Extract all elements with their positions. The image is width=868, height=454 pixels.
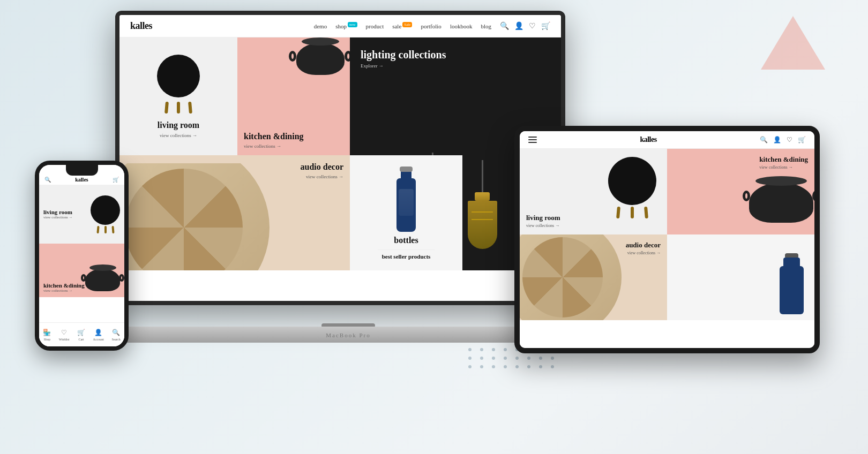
phone-nav-search-label: Search [111, 338, 120, 341]
phone-nav-cart-label: Cart [78, 338, 84, 341]
laptop-screen: kalles demo shopnew product saleSale por… [115, 11, 565, 305]
bottle-product-image [396, 178, 416, 232]
phone-nav-cart[interactable]: 🛒 Cart [77, 329, 85, 341]
phone-cart-icon[interactable]: 🛒 [113, 177, 119, 183]
nav-item-lookbook[interactable]: lookbook [450, 23, 473, 29]
account-icon[interactable]: 👤 [514, 21, 523, 31]
tablet-bottles-cell[interactable] [667, 234, 814, 320]
laptop-product-grid: living room view collections → ki [119, 37, 561, 300]
cart-icon[interactable]: 🛒 [541, 21, 550, 31]
phone-notch [66, 165, 98, 176]
kitchen-title: kitchen &dining [244, 131, 304, 141]
wishlist-icon[interactable]: ♡ [529, 21, 536, 31]
phone-nav-search[interactable]: 🔍 Search [111, 329, 120, 341]
nav-item-demo[interactable]: demo [314, 23, 327, 29]
search-icon[interactable]: 🔍 [500, 21, 509, 31]
search-nav-icon: 🔍 [112, 329, 120, 337]
phone-nav-account[interactable]: 👤 Account [93, 329, 104, 341]
phone-kitchen-title: kitchen &dining [43, 282, 85, 289]
nav-item-blog[interactable]: blog [481, 23, 491, 29]
speaker-legs [165, 102, 192, 113]
phone-nav-shop[interactable]: 🏪 Shop [43, 329, 51, 341]
tablet-icons: 🔍 👤 ♡ 🛒 [760, 136, 806, 144]
tablet-audio-title: audio decor [626, 241, 661, 249]
wishlist-nav-icon: ♡ [61, 329, 67, 337]
tablet-device: kalles 🔍 👤 ♡ 🛒 living room view collecti… [514, 126, 820, 356]
phone-body: 🔍 kalles 🛒 living room view collections … [35, 161, 129, 351]
laptop-base: MacBook Pro [115, 327, 581, 343]
nav-item-portfolio[interactable]: portfolio [421, 23, 442, 29]
tablet-living-room-cell[interactable]: living room view collections → [520, 149, 667, 234]
tablet-audio-subtitle: view collections → [626, 251, 661, 255]
laptop-site-content: kalles demo shopnew product saleSale por… [119, 15, 561, 301]
phone-living-title: living room [43, 209, 72, 215]
tablet-kitchen-title: kitchen &dining [759, 155, 808, 164]
phone-kitchen-subtitle: view collections → [43, 289, 85, 293]
laptop-brand: MacBook Pro [326, 332, 370, 338]
phone-device: 🔍 kalles 🛒 living room view collections … [35, 161, 129, 356]
phone-search-icon[interactable]: 🔍 [44, 177, 51, 183]
nav-badge-new: new [348, 22, 357, 27]
tablet-header: kalles 🔍 👤 ♡ 🛒 [520, 131, 814, 149]
laptop-living-room-cell[interactable]: living room view collections → [119, 37, 237, 155]
tablet-kitchen-subtitle: view collections → [759, 165, 808, 170]
tablet-audio-cell[interactable]: audio decor view collections → [520, 234, 667, 320]
tablet-living-subtitle: view collections → [526, 223, 560, 228]
phone-living-subtitle: view collections → [43, 215, 72, 220]
living-room-subtitle: view collections → [158, 133, 199, 138]
phone-nav-wishlist[interactable]: ♡ Wishlist [59, 329, 70, 341]
laptop-device: kalles demo shopnew product saleSale por… [115, 11, 581, 343]
pot-product-image [296, 43, 345, 75]
tablet-content: kalles 🔍 👤 ♡ 🛒 living room view collecti… [520, 131, 814, 348]
hamburger-menu[interactable] [528, 137, 537, 143]
bottles-title: bottles [394, 235, 418, 245]
best-seller-title: best seller products [378, 249, 435, 264]
laptop-site-header: kalles demo shopnew product saleSale por… [119, 15, 561, 37]
living-room-title: living room [158, 120, 199, 130]
lighting-title: lighting collections [361, 48, 550, 61]
phone-nav-account-label: Account [93, 338, 104, 341]
cart-nav-icon: 🛒 [77, 329, 85, 337]
tablet-living-title: living room [526, 214, 560, 222]
laptop-site-icons: 🔍 👤 ♡ 🛒 [500, 21, 550, 31]
nav-item-shop[interactable]: shopnew [335, 22, 357, 29]
phone-nav-shop-label: Shop [44, 338, 50, 341]
phone-nav-wishlist-label: Wishlist [59, 338, 70, 341]
kitchen-subtitle: view collections → [244, 143, 304, 149]
phone-living-room-cell[interactable]: living room view collections → [39, 185, 124, 244]
laptop-site-logo: kalles [130, 20, 152, 32]
laptop-audio-cell[interactable]: audio decor view collections → [119, 155, 350, 270]
audio-title: audio decor [301, 162, 343, 172]
tablet-cart-icon[interactable]: 🛒 [798, 136, 806, 144]
bg-triangle-decoration [761, 16, 825, 70]
phone-content: 🔍 kalles 🛒 living room view collections … [39, 165, 124, 346]
nav-badge-sale: Sale [402, 22, 412, 27]
audio-subtitle: view collections → [301, 174, 343, 179]
tablet-product-grid: living room view collections → [520, 149, 814, 346]
phone-bottom-nav: 🏪 Shop ♡ Wishlist 🛒 Cart 👤 Account 🔍 [39, 322, 124, 346]
tablet-kitchen-cell[interactable]: kitchen &dining view collections → [667, 149, 814, 234]
laptop-site-nav: demo shopnew product saleSale portfolio … [314, 22, 491, 29]
tablet-body: kalles 🔍 👤 ♡ 🛒 living room view collecti… [514, 126, 820, 353]
lighting-subtitle: Explorer → [361, 63, 550, 69]
nav-item-sale[interactable]: saleSale [392, 22, 412, 29]
laptop-bottles-cell[interactable]: bottles best seller products [350, 155, 462, 270]
phone-kitchen-cell[interactable]: kitchen &dining view collections → [39, 244, 124, 297]
tablet-account-icon[interactable]: 👤 [773, 136, 781, 144]
tablet-logo: kalles [640, 135, 656, 144]
phone-logo: kalles [75, 177, 88, 183]
account-nav-icon: 👤 [94, 329, 102, 337]
laptop-kitchen-cell[interactable]: kitchen &dining view collections → [237, 37, 350, 155]
speaker-product-image [157, 55, 200, 97]
tablet-search-icon[interactable]: 🔍 [760, 136, 768, 144]
nav-item-product[interactable]: product [366, 23, 384, 29]
shop-nav-icon: 🏪 [43, 329, 51, 337]
tablet-wishlist-icon[interactable]: ♡ [787, 136, 792, 144]
